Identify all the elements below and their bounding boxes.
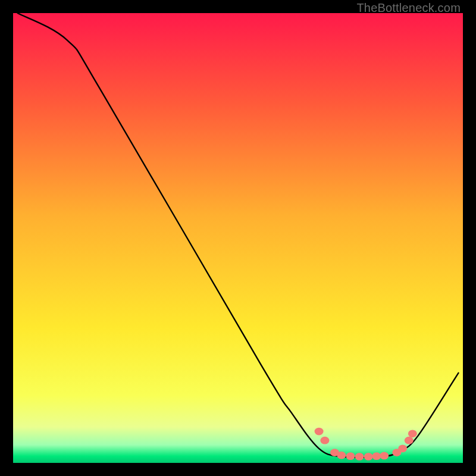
curve-marker: [372, 452, 381, 460]
curve-marker: [337, 452, 346, 459]
watermark-label: TheBottleneck.com: [356, 1, 461, 15]
curve-marker: [346, 452, 355, 460]
curve-marker: [320, 437, 329, 444]
curve-marker: [315, 428, 324, 436]
curve-marker: [380, 452, 389, 460]
curve-marker: [364, 453, 373, 461]
curve-marker: [355, 453, 364, 461]
curve-marker: [405, 437, 414, 444]
curve-marker: [398, 444, 407, 452]
curve-marker: [408, 430, 417, 437]
gradient-background: [13, 13, 463, 463]
bottleneck-curve-chart: [13, 13, 463, 463]
